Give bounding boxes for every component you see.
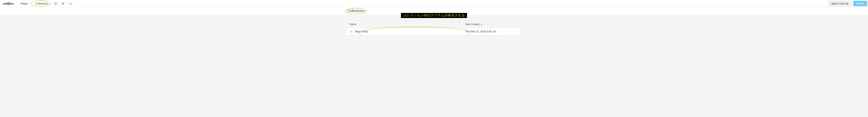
top-bar: webflow Pages Collections Back to live s… [0,0,868,7]
topbar-spacer [74,0,828,7]
settings-icon[interactable] [52,0,60,7]
collection-icon [350,30,352,33]
back-to-live-site-button[interactable]: Back to live site [829,1,851,6]
annotation-label: コレクション内のアイテムが表示される [401,13,467,18]
logout-icon[interactable] [67,0,74,7]
svg-point-0 [55,3,56,4]
publish-button[interactable]: Publish [853,1,867,6]
row-date-cell: Thu Feb 21, 2019 3:47 pm [462,28,521,35]
row-name-cell: Blog Posts [347,28,462,35]
row-name: Blog Posts [355,30,368,33]
nav-pages[interactable]: Pages [17,0,32,7]
sort-asc-icon: ▲ [481,23,483,25]
table-row[interactable]: Blog Posts Thu Feb 21, 2019 3:47 pm [347,28,521,35]
nav-collections-label: Collections [35,2,49,5]
table-header: Name Date Created ▲ [347,21,521,28]
svg-point-2 [350,30,352,31]
logo: webflow [0,0,17,7]
page-title: Collections [347,9,521,13]
globe-icon[interactable] [60,0,67,7]
col-name-header[interactable]: Name [347,21,462,28]
collections-table: Name Date Created ▲ Blog Posts Thu Feb 2… [347,21,521,35]
col-date-label: Date Created [465,23,479,26]
col-date-header[interactable]: Date Created ▲ [462,21,521,28]
nav-collections[interactable]: Collections [32,0,52,7]
